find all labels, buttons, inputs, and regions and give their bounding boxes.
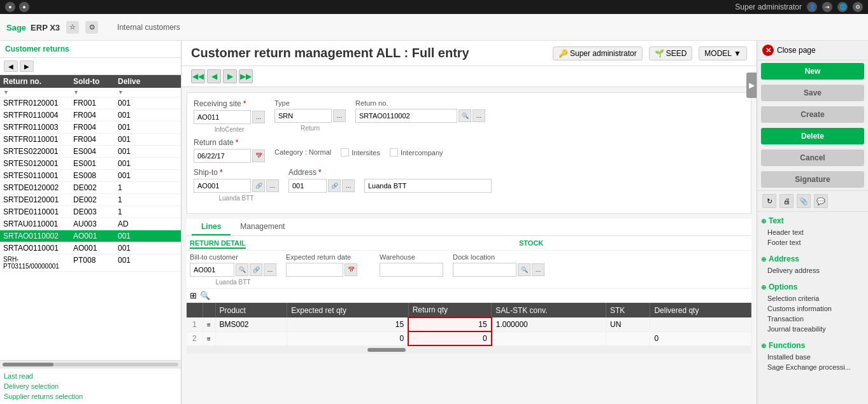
bill-to-input[interactable] [190, 263, 234, 277]
header-text-link[interactable]: Header text [761, 227, 864, 237]
expected-return-input[interactable] [286, 263, 343, 277]
attachment-icon[interactable]: 📎 [797, 194, 811, 208]
list-item[interactable]: SRH-PT03115/00000001PT008001 [0, 254, 181, 272]
sync-icon[interactable]: ⊙ [85, 21, 98, 34]
list-item-active[interactable]: SRTAO0110002AO001001 [0, 230, 181, 242]
cancel-button[interactable]: Cancel [761, 150, 864, 166]
type-input[interactable] [274, 109, 332, 123]
delete-button[interactable]: Delete [761, 128, 864, 144]
intercompany-checkbox[interactable] [390, 148, 398, 157]
lines-area: RETURN DETAIL STOCK Bill-to customer 🔍 🔗… [187, 236, 751, 404]
list-item[interactable]: SRTDE0120002DE0021 [0, 182, 181, 194]
installed-base-link[interactable]: Installed base [761, 352, 864, 362]
type-picker-btn[interactable]: … [333, 109, 346, 122]
seed-button[interactable]: 🌱 SEED [649, 46, 693, 60]
data-table-container[interactable]: Product Expected ret qty Return qty SAL-… [187, 303, 751, 346]
ship-to-picker-btn[interactable]: … [266, 179, 279, 192]
nav-left-btn[interactable]: ◀ [4, 60, 18, 72]
list-item[interactable]: SRTES0110001ES008001 [0, 170, 181, 182]
tab-lines[interactable]: Lines [192, 219, 231, 235]
functions-section-title[interactable]: ⊕ Functions [761, 339, 864, 352]
address-name-label [364, 168, 492, 176]
bill-to-picker-btn[interactable]: … [264, 263, 276, 276]
table-search-icon[interactable]: 🔍 [200, 291, 210, 300]
sage-exchange-link[interactable]: Sage Exchange processi... [761, 362, 864, 372]
sidebar-scrollbar[interactable] [0, 360, 181, 368]
intersites-checkbox[interactable] [341, 148, 349, 157]
return-no-input[interactable] [355, 109, 457, 123]
list-item[interactable]: SRTAU0110001AU003AD [0, 218, 181, 230]
user-icon[interactable]: 👤 [807, 2, 817, 12]
create-button[interactable]: Create [761, 106, 864, 123]
options-section-title[interactable]: ⊕ Options [761, 281, 864, 293]
cell-sal-stk-1: 1.000000 [492, 317, 606, 331]
text-section-title[interactable]: ⊕ Text [761, 214, 864, 227]
bill-to-search-btn[interactable]: 🔍 [236, 263, 248, 276]
next-record-btn[interactable]: ▶ [223, 69, 237, 83]
address-name-input[interactable] [364, 179, 492, 193]
prev-record-btn[interactable]: ◀ [207, 69, 221, 83]
ship-to-input[interactable] [194, 179, 251, 193]
list-item[interactable]: SRTFR0110001FR004001 [0, 134, 181, 146]
settings-icon[interactable]: ⚙ [853, 2, 863, 12]
logout-icon[interactable]: ⇥ [822, 2, 832, 12]
table-scrollbar[interactable] [187, 346, 751, 354]
app-icon-1[interactable]: ● [5, 2, 15, 12]
last-record-btn[interactable]: ▶▶ [239, 69, 253, 83]
journal-traceability-link[interactable]: Journal traceability [761, 324, 864, 334]
dock-location-input[interactable] [453, 263, 516, 277]
refresh-icon[interactable]: ↻ [762, 194, 776, 208]
return-date-calendar-btn[interactable]: 📅 [252, 150, 265, 162]
supplier-returns-link[interactable]: Supplier returns selection [4, 391, 177, 401]
nav-right-btn[interactable]: ▶ [20, 60, 34, 72]
address-section-title[interactable]: ⊕ Address [761, 253, 864, 265]
app-icon-2[interactable]: ● [19, 2, 29, 12]
list-item[interactable]: SRTES0120001ES001001 [0, 158, 181, 170]
last-read-link[interactable]: Last read [4, 371, 177, 381]
star-icon[interactable]: ☆ [66, 21, 79, 34]
receiving-site-input[interactable] [194, 110, 251, 124]
content-header: Customer return management ALL : Full en… [181, 41, 757, 66]
dock-location-picker-btn[interactable]: … [532, 263, 544, 276]
cell-delivered-qty-1 [650, 317, 751, 331]
save-button[interactable]: Save [761, 85, 864, 101]
list-item[interactable]: SRTFR0110003FR004001 [0, 122, 181, 134]
dock-location-search-btn[interactable]: 🔍 [518, 263, 530, 276]
address-link-btn[interactable]: 🔗 [328, 179, 341, 192]
row-icon-1: ≡ [203, 317, 215, 331]
close-page-btn[interactable]: ✕ [762, 45, 774, 56]
first-record-btn[interactable]: ◀◀ [191, 69, 205, 83]
footer-text-link[interactable]: Footer text [761, 237, 864, 247]
delivery-selection-link[interactable]: Delivery selection [4, 381, 177, 391]
list-item[interactable]: SRTFR0110004FR004001 [0, 109, 181, 122]
receiving-site-picker-btn[interactable]: … [252, 111, 265, 123]
return-date-input[interactable] [194, 149, 251, 163]
signature-button[interactable]: Signature [761, 171, 864, 188]
print-icon[interactable]: 🖨 [779, 194, 793, 208]
new-button[interactable]: New [761, 63, 864, 80]
selection-criteria-link[interactable]: Selection criteria [761, 293, 864, 303]
bill-to-link-btn[interactable]: 🔗 [250, 263, 262, 276]
list-item[interactable]: SRTES0220001ES004001 [0, 146, 181, 158]
list-item[interactable]: SRTFR0120001FR001001 [0, 97, 181, 109]
table-grid-icon[interactable]: ⊞ [190, 291, 197, 300]
delivery-address-link[interactable]: Delivery address [761, 265, 864, 275]
comment-icon[interactable]: 💬 [814, 194, 828, 208]
transaction-link[interactable]: Transaction [761, 314, 864, 324]
panel-toggle-btn[interactable]: ▶ [746, 73, 757, 98]
customs-information-link[interactable]: Customs information [761, 303, 864, 314]
list-item[interactable]: SRTAO0110001AO001001 [0, 242, 181, 254]
warehouse-input[interactable] [380, 263, 443, 277]
address-input[interactable] [288, 179, 327, 193]
list-item[interactable]: SRTDE0110001DE0031 [0, 206, 181, 218]
model-button[interactable]: MODEL ▼ [699, 46, 747, 60]
list-item[interactable]: SRTDE0120001DE0021 [0, 194, 181, 206]
expected-return-calendar-btn[interactable]: 📅 [345, 263, 357, 276]
return-no-search-btn[interactable]: 🔍 [459, 109, 471, 122]
ship-to-link-btn[interactable]: 🔗 [252, 179, 265, 192]
admin-button[interactable]: 🔑 Super administrator [553, 46, 643, 60]
tab-management[interactable]: Management [231, 219, 294, 235]
return-no-picker-btn[interactable]: … [473, 109, 485, 122]
globe-icon[interactable]: 🌐 [837, 2, 848, 12]
address-picker-btn[interactable]: … [342, 179, 355, 192]
